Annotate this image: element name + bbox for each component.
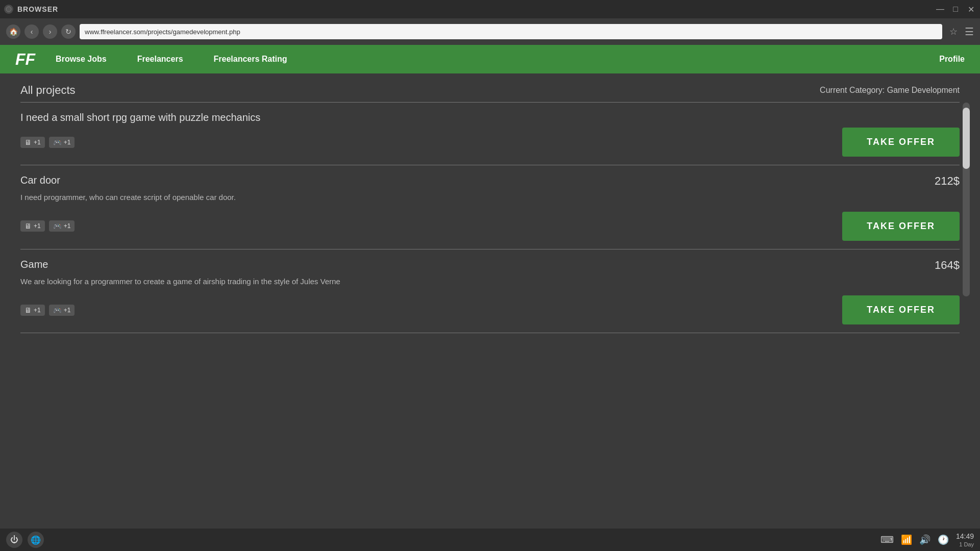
scrollbar-thumb[interactable] (963, 108, 970, 169)
browser-chrome: 🏠 ‹ › ↻ ☆ ☰ (0, 18, 980, 45)
project-3-description: We are looking for a programmer to creat… (20, 276, 960, 288)
globe-button[interactable]: 🌐 (28, 532, 44, 548)
forward-button[interactable]: › (43, 24, 57, 39)
address-bar[interactable] (80, 24, 942, 39)
project-3-tag-1: 🖥 +1 (20, 305, 45, 316)
project-3-footer: 🖥 +1 🎮 +1 TAKE OFFER (20, 295, 960, 324)
project-2-footer: 🖥 +1 🎮 +1 TAKE OFFER (20, 212, 960, 241)
project-1-header: I need a small short rpg game with puzzl… (20, 112, 960, 123)
logo: FF (15, 50, 35, 69)
title-bar-text: BROWSER (17, 5, 58, 13)
date-display: 1 Day (956, 541, 974, 548)
power-button[interactable]: ⏻ (6, 532, 22, 548)
taskbar-right: ⌨ 📶 🔊 🕐 14:49 1 Day (880, 532, 974, 548)
title-bar-controls: — □ ✕ (935, 5, 976, 14)
project-card-1: I need a small short rpg game with puzzl… (20, 103, 960, 165)
main-content: All projects Current Category: Game Deve… (0, 73, 980, 529)
power-icon: ⏻ (10, 535, 18, 544)
category-label: Current Category: Game Development (820, 86, 960, 95)
tag-1-icon: 🖥 (24, 138, 32, 146)
project-card-2: Car door 212$ I need programmer, who can… (20, 165, 960, 249)
project-2-tags: 🖥 +1 🎮 +1 (20, 220, 75, 232)
project-2-title: Car door (20, 174, 60, 186)
projects-list: I need a small short rpg game with puzzl… (20, 103, 960, 333)
tag-6-icon: 🎮 (53, 306, 62, 314)
project-3-tags: 🖥 +1 🎮 +1 (20, 305, 75, 316)
wifi-icon[interactable]: 📶 (901, 534, 912, 545)
project-1-title: I need a small short rpg game with puzzl… (20, 112, 260, 123)
globe-icon: 🌐 (31, 535, 41, 545)
project-card-3: Game 164$ We are looking for a programme… (20, 249, 960, 334)
project-2-header: Car door 212$ (20, 174, 960, 188)
page-title: All projects (20, 84, 76, 97)
clock-icon[interactable]: 🕐 (938, 534, 949, 545)
nav-profile[interactable]: Profile (939, 55, 965, 64)
tag-4-icon: 🎮 (53, 222, 62, 230)
browser-icon (4, 5, 13, 14)
keyboard-icon[interactable]: ⌨ (880, 534, 894, 545)
nav-links: Browse Jobs Freelancers Freelancers Rati… (56, 55, 939, 64)
project-3-title: Game (20, 259, 48, 270)
time-display: 14:49 (956, 532, 974, 541)
project-3-tag-2: 🎮 +1 (49, 305, 75, 316)
reload-button[interactable]: ↻ (61, 24, 76, 39)
maximize-button[interactable]: □ (950, 5, 961, 14)
close-button[interactable]: ✕ (966, 5, 976, 14)
project-3-price: 164$ (935, 259, 960, 272)
bookmark-icon[interactable]: ☆ (949, 26, 958, 37)
tag-5-icon: 🖥 (24, 306, 32, 314)
taskbar-time: 14:49 1 Day (956, 532, 974, 548)
project-2-tag-1: 🖥 +1 (20, 220, 45, 232)
project-3-header: Game 164$ (20, 259, 960, 272)
project-2-price: 212$ (935, 174, 960, 188)
project-1-tag-1: 🖥 +1 (20, 137, 45, 148)
nav-freelancers[interactable]: Freelancers (137, 55, 183, 64)
taskbar: ⏻ 🌐 ⌨ 📶 🔊 🕐 14:49 1 Day (0, 529, 980, 551)
minimize-button[interactable]: — (935, 5, 945, 14)
take-offer-button-2[interactable]: TAKE OFFER (842, 212, 960, 241)
project-1-tag-2: 🎮 +1 (49, 137, 75, 148)
project-2-tag-2: 🎮 +1 (49, 220, 75, 232)
nav-browse-jobs[interactable]: Browse Jobs (56, 55, 107, 64)
home-button[interactable]: 🏠 (6, 24, 20, 39)
top-nav: FF Browse Jobs Freelancers Freelancers R… (0, 45, 980, 73)
svg-point-0 (6, 7, 11, 12)
scrollbar[interactable] (963, 103, 970, 296)
project-2-description: I need programmer, who can create script… (20, 192, 960, 204)
project-1-footer: 🖥 +1 🎮 +1 TAKE OFFER (20, 128, 960, 157)
tag-2-icon: 🎮 (53, 138, 62, 146)
take-offer-button-1[interactable]: TAKE OFFER (842, 128, 960, 157)
page-header: All projects Current Category: Game Deve… (20, 84, 960, 97)
project-1-tags: 🖥 +1 🎮 +1 (20, 137, 75, 148)
sound-icon[interactable]: 🔊 (919, 534, 930, 545)
tag-3-icon: 🖥 (24, 222, 32, 230)
title-bar: BROWSER — □ ✕ (0, 0, 980, 18)
back-button[interactable]: ‹ (24, 24, 39, 39)
take-offer-button-3[interactable]: TAKE OFFER (842, 295, 960, 324)
nav-freelancers-rating[interactable]: Freelancers Rating (214, 55, 287, 64)
menu-icon[interactable]: ☰ (965, 26, 974, 38)
